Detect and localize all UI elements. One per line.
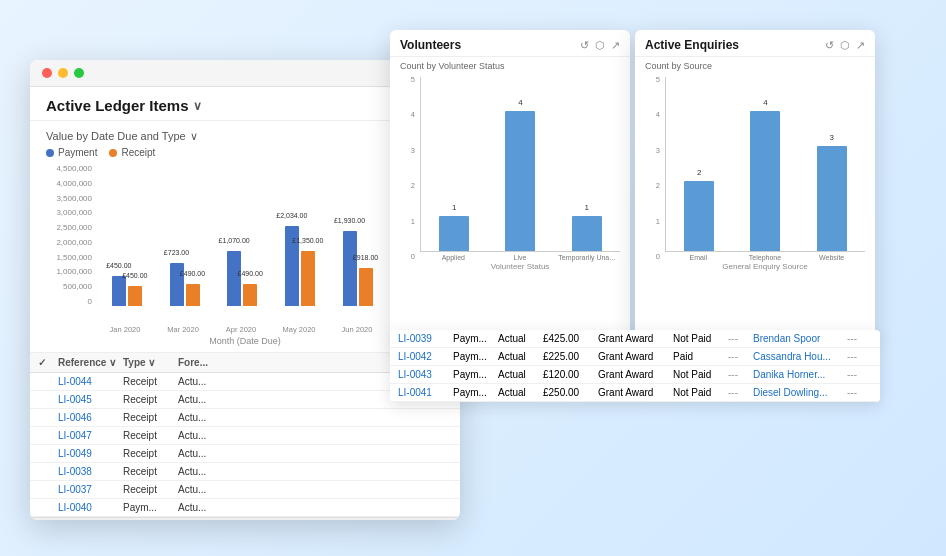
chart-subtitle-row: Value by Date Due and Type ∨ ⋯ ✕ (46, 129, 444, 143)
legend-payment: Payment (46, 147, 97, 158)
legend-receipt-label: Receipt (121, 147, 155, 158)
overlay-table: LI-0039 Paym... Actual £425.00 Grant Awa… (390, 330, 880, 402)
table-row: LI-0038ReceiptActu... (30, 463, 460, 481)
x-axis-title: Month (Date Due) (46, 336, 444, 346)
table-row: LI-0046ReceiptActu... (30, 409, 460, 427)
bar-email: 2 (666, 77, 732, 251)
volunteer-header: Volunteers ↺ ⬡ ↗ (390, 30, 630, 57)
volunteer-title: Volunteers (400, 38, 461, 52)
close-dot[interactable] (42, 68, 52, 78)
export-icon[interactable]: ⬡ (840, 39, 850, 52)
bar-group-jun: £1,930.00 £918.00 (329, 231, 387, 306)
bar-chart-area: 4,500,000 4,000,000 3,500,000 3,000,000 … (46, 164, 444, 334)
refresh-icon[interactable]: ↺ (825, 39, 834, 52)
enquiries-window: Active Enquiries ↺ ⬡ ↗ Count by Source 5… (635, 30, 875, 340)
refresh-icon[interactable]: ↺ (580, 39, 589, 52)
legend-payment-label: Payment (58, 147, 97, 158)
col-header-fore[interactable]: Fore... (178, 357, 233, 368)
overlay-row: LI-0039 Paym... Actual £425.00 Grant Awa… (390, 330, 880, 348)
expand-icon[interactable]: ↗ (856, 39, 865, 52)
bar-group-may: £2,034.00 £1,350.00 (271, 226, 329, 306)
enquiries-header: Active Enquiries ↺ ⬡ ↗ (635, 30, 875, 57)
y-axis: 4,500,000 4,000,000 3,500,000 3,000,000 … (46, 164, 96, 306)
bar-may-orange: £1,350.00 (301, 251, 315, 306)
bar-group-mar: £723.00 £490.00 (156, 263, 214, 306)
overlay-row: LI-0041 Paym... Actual £250.00 Grant Awa… (390, 384, 880, 402)
table-row: LI-0047ReceiptActu... (30, 427, 460, 445)
bar-website: 3 (799, 77, 865, 251)
chart-subtitle-text: Value by Date Due and Type (46, 130, 186, 142)
col-header-check: ✓ (38, 357, 58, 368)
volunteer-x-labels: Applied Live Temporarily Una... (420, 252, 620, 261)
bar-temp: 1 (554, 77, 620, 251)
table-row: LI-0049ReceiptActu... (30, 445, 460, 463)
overlay-row: LI-0043 Paym... Actual £120.00 Grant Awa… (390, 366, 880, 384)
bar-jan-orange: £450.00 (128, 286, 142, 306)
bar-apr-orange: £490.00 (243, 284, 257, 306)
table-row: LI-0040Paym...Actu... (30, 499, 460, 517)
enquiries-x-axis-title: General Enquiry Source (665, 262, 865, 271)
table-row: LI-0037ReceiptActu... (30, 481, 460, 499)
bar-live: 4 (487, 77, 553, 251)
bar-jun-blue: £1,930.00 (343, 231, 357, 306)
col-header-ref[interactable]: Reference ∨ (58, 357, 123, 368)
volunteer-window: Volunteers ↺ ⬡ ↗ Count by Volunteer Stat… (390, 30, 630, 340)
minimize-dot[interactable] (58, 68, 68, 78)
enquiries-x-labels: Email Telephone Website (665, 252, 865, 261)
volunteer-x-axis-title: Volunteer Status (420, 262, 620, 271)
bar-group-apr: £1,070.00 £490.00 (213, 251, 271, 306)
enquiries-chart: 5 4 3 2 1 0 2 4 3 (635, 73, 875, 283)
alphabet-bar: All # A B C D E F G H I J K L M N O P Q … (30, 517, 460, 520)
enquiries-title: Active Enquiries (645, 38, 739, 52)
bar-apr-blue: £1,070.00 (227, 251, 241, 306)
chart-subtitle-chevron: ∨ (190, 130, 198, 143)
ledger-title[interactable]: Active Ledger Items ∨ (46, 97, 444, 114)
volunteer-icons: ↺ ⬡ ↗ (580, 39, 620, 52)
volunteer-chart: 5 4 3 2 1 0 1 4 1 (390, 73, 630, 283)
expand-icon[interactable]: ↗ (611, 39, 620, 52)
bar-group-jan: £450.00 £450.00 (98, 276, 156, 306)
enquiries-subtitle: Count by Source (635, 57, 875, 73)
bar-jun-orange: £918.00 (359, 268, 373, 306)
legend-payment-dot (46, 149, 54, 157)
bar-applied: 1 (421, 77, 487, 251)
col-header-type[interactable]: Type ∨ (123, 357, 178, 368)
chart-legend: Payment Receipt (46, 147, 444, 158)
volunteer-y-axis: 5 4 3 2 1 0 (390, 73, 418, 261)
bar-mar-orange: £490.00 (186, 284, 200, 306)
overlay-row: LI-0042 Paym... Actual £225.00 Grant Awa… (390, 348, 880, 366)
ledger-title-text: Active Ledger Items (46, 97, 189, 114)
volunteer-subtitle: Count by Volunteer Status (390, 57, 630, 73)
ledger-title-chevron: ∨ (193, 99, 202, 113)
enquiries-icons: ↺ ⬡ ↗ (825, 39, 865, 52)
enquiries-y-axis: 5 4 3 2 1 0 (635, 73, 663, 261)
bar-jan-blue: £450.00 (112, 276, 126, 306)
maximize-dot[interactable] (74, 68, 84, 78)
export-icon[interactable]: ⬡ (595, 39, 605, 52)
legend-receipt-dot (109, 149, 117, 157)
legend-receipt: Receipt (109, 147, 155, 158)
bar-telephone: 4 (732, 77, 798, 251)
